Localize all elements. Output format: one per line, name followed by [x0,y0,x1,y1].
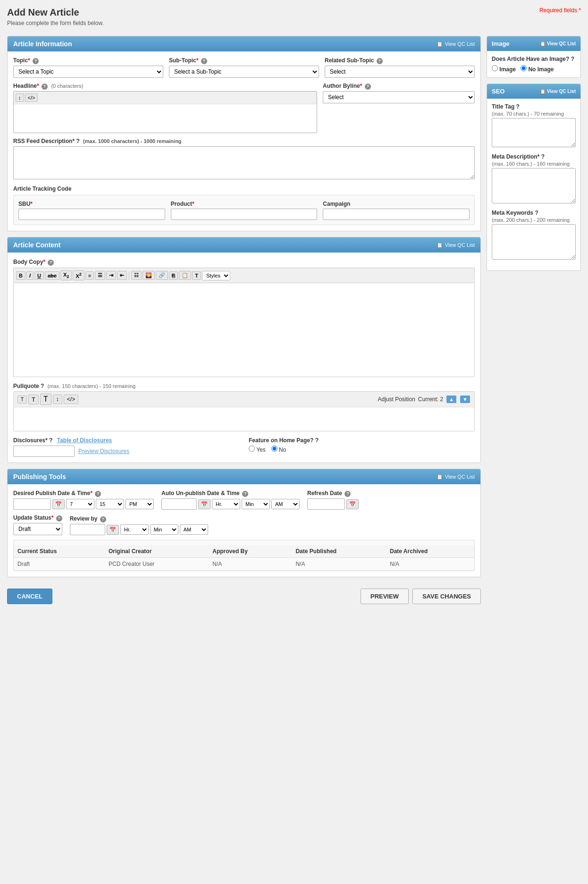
superscript-btn[interactable]: X2 [73,270,84,280]
bold-btn[interactable]: B [16,271,25,280]
save-button[interactable]: SAVE CHANGES [412,589,481,604]
update-status-select[interactable]: Draft [13,523,62,535]
auto-unpub-help-icon[interactable]: ? [242,491,248,497]
meta-keywords-help-icon[interactable]: ? [535,210,538,216]
product-input[interactable] [171,209,318,220]
seo-qc-link[interactable]: 📋 View QC List [540,89,576,94]
refresh-help-icon[interactable]: ? [344,491,351,497]
paste-btn[interactable]: 📋 [179,271,191,280]
review-by-date-input[interactable] [70,524,105,535]
outdent-btn[interactable]: ⇤ [117,271,127,280]
pq-t2-btn[interactable]: T [28,395,39,404]
byline-help-icon[interactable]: ? [365,84,371,90]
pub-date-cal-btn[interactable]: 📅 [52,499,65,509]
disclosures-input[interactable] [13,446,75,457]
related-help-icon[interactable]: ? [377,58,383,64]
col-original-creator: Original Creator [105,545,209,558]
no-image-radio[interactable] [521,65,527,71]
meta-desc-help-icon[interactable]: ? [541,153,545,160]
related-select[interactable]: Select [325,66,475,78]
strikethrough-btn[interactable]: abc [45,271,59,280]
body-editor-toolbar: B I U abc X2 X2 ≡ ☰ ⇥ ⇤ [13,268,475,283]
image-radio[interactable] [492,65,498,71]
sbu-input[interactable] [18,209,165,220]
headline-content[interactable] [14,104,317,133]
pub-min-select[interactable]: 15 [96,499,124,509]
styles-select[interactable]: Styles [202,271,230,280]
pullquote-help-icon[interactable]: ? [41,383,44,389]
review-ampm-select[interactable]: AM [180,524,208,535]
subtopic-select[interactable]: Select a Sub-Topic [169,66,319,78]
underline-btn[interactable]: U [34,271,44,280]
italic-btn[interactable]: I [26,271,34,280]
topic-select[interactable]: Select a Topic [13,66,163,78]
body-help-icon[interactable]: ? [48,260,54,266]
image-help-icon[interactable]: ? [571,56,574,62]
pq-source-btn[interactable]: ↕ [53,395,62,404]
pub-date-help-icon[interactable]: ? [95,491,101,497]
image-btn[interactable]: 🌄 [143,271,155,280]
meta-keywords-textarea[interactable] [492,224,576,260]
disclosures-help-icon[interactable]: ? [49,437,52,444]
review-hour-select[interactable]: Hr. [120,524,149,535]
meta-desc-textarea[interactable] [492,168,576,203]
auto-hour-select[interactable]: Hr. [212,499,240,509]
cancel-button[interactable]: CANCEL [7,589,52,604]
preview-disclosures-link[interactable]: Preview Disclosures [78,448,129,455]
pub-date-input[interactable]: 03/21/2014 [13,498,51,510]
pub-ampm-select[interactable]: PM [126,499,154,509]
position-down-btn[interactable]: ▼ [460,396,470,403]
refresh-cal-btn[interactable]: 📅 [346,499,359,509]
auto-min-select[interactable]: Min [242,499,270,509]
body-editor-area[interactable] [13,283,475,377]
disclosures-input-row: Preview Disclosures [13,446,239,457]
pq-code-btn[interactable]: </> [64,395,78,404]
feature-no-radio[interactable] [271,446,277,452]
rss-help-icon[interactable]: ? [76,138,79,144]
copy-btn[interactable]: ⎘ [169,271,178,280]
headline-help-icon[interactable]: ? [42,84,48,90]
title-tag-help-icon[interactable]: ? [516,103,520,110]
pub-hour-select[interactable]: 7 [66,499,94,509]
article-content-qc-link[interactable]: 📋 View QC List [437,242,475,248]
review-min-select[interactable]: Min [150,524,178,535]
refresh-date-input[interactable] [307,498,345,510]
position-up-btn[interactable]: ▲ [446,396,456,403]
ul-btn[interactable]: ☰ [95,271,105,280]
campaign-input[interactable] [323,209,470,220]
ol-btn[interactable]: ≡ [85,271,94,280]
article-info-qc-link[interactable]: 📋 View QC List [437,41,475,47]
image-qc-link[interactable]: 📋 View QC List [540,41,576,46]
subscript-btn[interactable]: X2 [60,270,72,280]
status-help-icon[interactable]: ? [56,515,62,522]
table-btn[interactable]: ☷ [131,271,142,280]
publishing-qc-link[interactable]: 📋 View QC List [437,474,475,480]
title-tag-textarea[interactable] [492,118,576,147]
pub-date-row: Desired Publish Date & Time* ? 03/21/201… [13,490,475,510]
paste-text-btn[interactable]: T [192,271,201,280]
subtopic-help-icon[interactable]: ? [201,58,207,64]
indent-btn[interactable]: ⇥ [106,271,116,280]
table-of-disclosures-link[interactable]: Table of Disclosures [57,437,112,444]
preview-button[interactable]: PREVIEW [361,589,409,604]
headline-code-btn[interactable]: </> [25,93,38,102]
headline-source-btn[interactable]: ↕ [16,93,24,102]
update-status-row: Update Status* ? Draft Review by ? [13,514,475,535]
rss-textarea[interactable] [13,146,475,179]
pullquote-content[interactable] [14,407,474,431]
review-help-icon[interactable]: ? [100,516,106,522]
auto-unpub-cal-btn[interactable]: 📅 [198,499,210,509]
feature-radio-group: Yes No [249,446,475,453]
review-cal-btn[interactable]: 📅 [107,525,119,535]
pq-t3-btn[interactable]: T [40,394,51,405]
feature-yes-radio[interactable] [249,446,255,452]
feature-no-label: No [271,446,286,453]
byline-select[interactable]: Select [323,91,475,103]
feature-help-icon[interactable]: ? [315,437,319,444]
link-btn[interactable]: 🔗 [156,271,168,280]
auto-ampm-select[interactable]: AM [271,499,300,509]
topic-help-icon[interactable]: ? [33,58,39,64]
pq-t1-btn[interactable]: T [17,396,27,404]
auto-unpub-date-input[interactable] [161,498,197,510]
topic-label: Topic* ? [13,57,163,64]
